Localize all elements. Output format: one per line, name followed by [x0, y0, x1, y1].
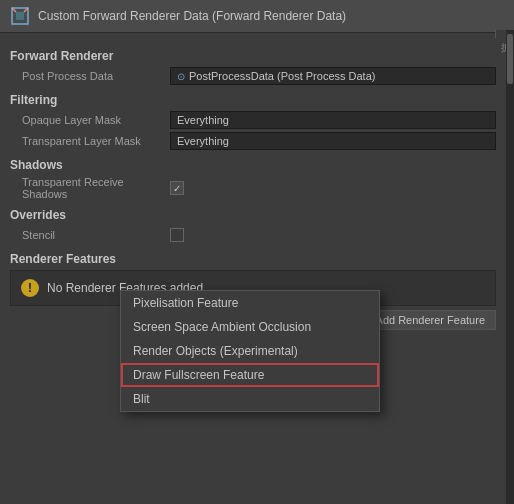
- opaque-layer-mask-label: Opaque Layer Mask: [10, 114, 170, 126]
- stencil-row: Stencil: [10, 226, 496, 244]
- transparent-receive-shadows-checkbox[interactable]: [170, 181, 184, 195]
- filtering-section-header: Filtering: [10, 93, 496, 107]
- transparent-layer-mask-row: Transparent Layer Mask Everything: [10, 132, 496, 150]
- dropdown-item-ssao[interactable]: Screen Space Ambient Occlusion: [121, 315, 379, 339]
- post-process-data-row: Post Process Data ⊙ PostProcessData (Pos…: [10, 67, 496, 85]
- scrollbar-thumb[interactable]: [507, 34, 513, 84]
- scrollbar-track: [506, 30, 514, 504]
- ref-icon: ⊙: [177, 71, 185, 82]
- dropdown-item-draw-fullscreen[interactable]: Draw Fullscreen Feature: [121, 363, 379, 387]
- title-bar: Custom Forward Renderer Data (Forward Re…: [0, 0, 514, 33]
- dropdown-menu: Pixelisation Feature Screen Space Ambien…: [120, 290, 380, 412]
- post-process-data-label: Post Process Data: [10, 70, 170, 82]
- stencil-checkbox[interactable]: [170, 228, 184, 242]
- post-process-data-value[interactable]: ⊙ PostProcessData (Post Process Data): [170, 67, 496, 85]
- warning-icon: !: [21, 279, 39, 297]
- overrides-section-header: Overrides: [10, 208, 496, 222]
- shadows-section-header: Shadows: [10, 158, 496, 172]
- transparent-receive-shadows-label: Transparent Receive Shadows: [10, 176, 170, 200]
- renderer-icon: [10, 6, 30, 26]
- forward-renderer-section-header: Forward Renderer: [10, 49, 496, 63]
- dropdown-item-blit[interactable]: Blit: [121, 387, 379, 411]
- stencil-label: Stencil: [10, 229, 170, 241]
- transparent-layer-mask-text: Everything: [177, 135, 229, 147]
- add-renderer-feature-button[interactable]: Add Renderer Feature: [365, 310, 496, 330]
- transparent-receive-shadows-row: Transparent Receive Shadows: [10, 176, 496, 200]
- opaque-layer-mask-row: Opaque Layer Mask Everything: [10, 111, 496, 129]
- transparent-layer-mask-value[interactable]: Everything: [170, 132, 496, 150]
- dropdown-item-pixelisation[interactable]: Pixelisation Feature: [121, 291, 379, 315]
- renderer-features-header: Renderer Features: [10, 252, 496, 266]
- window-title: Custom Forward Renderer Data (Forward Re…: [38, 9, 346, 23]
- transparent-layer-mask-label: Transparent Layer Mask: [10, 135, 170, 147]
- opaque-layer-mask-value[interactable]: Everything: [170, 111, 496, 129]
- dropdown-item-render-objects[interactable]: Render Objects (Experimental): [121, 339, 379, 363]
- post-process-data-text: PostProcessData (Post Process Data): [189, 70, 375, 82]
- opaque-layer-mask-text: Everything: [177, 114, 229, 126]
